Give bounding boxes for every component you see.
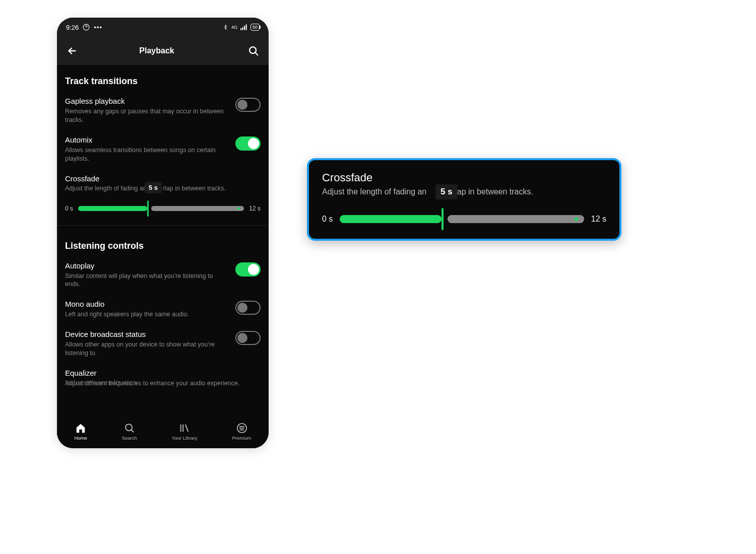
- setting-crossfade: Crossfade Adjust the length of fading an…: [57, 169, 269, 221]
- toggle-autoplay[interactable]: [235, 262, 261, 276]
- crossfade-label: Crossfade: [65, 174, 261, 183]
- whatsapp-icon: [83, 24, 90, 31]
- more-icon: •••: [94, 24, 102, 31]
- search-button[interactable]: [246, 44, 261, 58]
- svg-rect-3: [244, 26, 245, 30]
- setting-gapless-desc: Removes any gaps or pauses that may occu…: [65, 107, 228, 124]
- toggle-mono[interactable]: [235, 301, 261, 315]
- setting-gapless[interactable]: Gapless playback Removes any gaps or pau…: [57, 92, 269, 130]
- library-icon: [179, 423, 190, 434]
- crossfade-callout: Crossfade Adjust the length of fading an…: [307, 158, 621, 241]
- setting-autoplay-desc: Similar content will play when what you'…: [65, 272, 228, 289]
- callout-crossfade-desc: Adjust the length of fading an 5 s XXXX …: [322, 187, 606, 196]
- setting-gapless-label: Gapless playback: [65, 97, 228, 105]
- setting-broadcast-label: Device broadcast status: [65, 330, 228, 338]
- nav-premium[interactable]: Premium: [232, 423, 251, 441]
- section-listening-controls: Listening controls: [57, 230, 269, 256]
- callout-crossfade-min: 0 s: [322, 215, 333, 224]
- toggle-broadcast[interactable]: [235, 331, 261, 345]
- svg-point-6: [125, 424, 132, 431]
- search-icon: [124, 423, 135, 434]
- setting-automix-desc: Allows seamless transitions between song…: [65, 146, 228, 163]
- callout-crossfade-slider[interactable]: [340, 216, 584, 222]
- crossfade-min: 0 s: [65, 205, 73, 212]
- home-icon: [75, 423, 86, 434]
- callout-crossfade-label: Crossfade: [322, 171, 606, 184]
- setting-mono[interactable]: Mono audio Left and right speakers play …: [57, 295, 269, 325]
- settings-content[interactable]: Track transitions Gapless playback Remov…: [57, 65, 269, 417]
- setting-mono-desc: Left and right speakers play the same au…: [65, 310, 228, 319]
- spotify-icon: [236, 423, 247, 434]
- nav-search[interactable]: Search: [122, 423, 137, 441]
- setting-mono-label: Mono audio: [65, 300, 228, 308]
- network-type: 4G: [231, 25, 237, 30]
- page-title: Playback: [79, 46, 234, 55]
- crossfade-slider[interactable]: [78, 205, 244, 212]
- svg-rect-1: [240, 28, 241, 30]
- svg-rect-2: [242, 27, 243, 30]
- back-button[interactable]: [65, 44, 79, 58]
- phone-frame: 9:26 ••• 4G 50 Playback Track trans: [57, 18, 269, 448]
- nav-home[interactable]: Home: [74, 423, 87, 441]
- toggle-gapless[interactable]: [235, 98, 261, 112]
- crossfade-desc: Adjust the length of fading an 5 s XXX r…: [65, 185, 261, 192]
- setting-automix[interactable]: Automix Allows seamless transitions betw…: [57, 130, 269, 169]
- setting-autoplay[interactable]: Autoplay Similar content will play when …: [57, 256, 269, 295]
- setting-automix-label: Automix: [65, 135, 228, 144]
- app-header: Playback: [57, 37, 269, 65]
- battery-icon: 50: [250, 24, 260, 31]
- bottom-nav: Home Search Your Library Premium: [57, 417, 269, 448]
- crossfade-max: 12 s: [249, 205, 261, 212]
- signal-icon: [240, 24, 247, 30]
- crossfade-tooltip: 5 s: [145, 182, 162, 193]
- status-time: 9:26: [66, 24, 79, 31]
- section-track-transitions: Track transitions: [57, 65, 269, 92]
- status-bar: 9:26 ••• 4G 50: [57, 18, 269, 37]
- nav-library[interactable]: Your Library: [172, 423, 198, 441]
- setting-equalizer-label: Equalizer: [65, 369, 261, 377]
- setting-broadcast-desc: Allows other apps on your device to show…: [65, 340, 228, 358]
- setting-autoplay-label: Autoplay: [65, 261, 228, 270]
- svg-rect-4: [245, 24, 246, 30]
- setting-volnorm-cutoff: Volume normalization: [65, 378, 137, 387]
- callout-crossfade-max: 12 s: [591, 215, 606, 224]
- callout-crossfade-tooltip: 5 s: [435, 184, 458, 199]
- bluetooth-icon: [223, 24, 228, 31]
- divider: [57, 225, 269, 226]
- setting-broadcast[interactable]: Device broadcast status Allows other app…: [57, 325, 269, 364]
- toggle-automix[interactable]: [235, 136, 261, 151]
